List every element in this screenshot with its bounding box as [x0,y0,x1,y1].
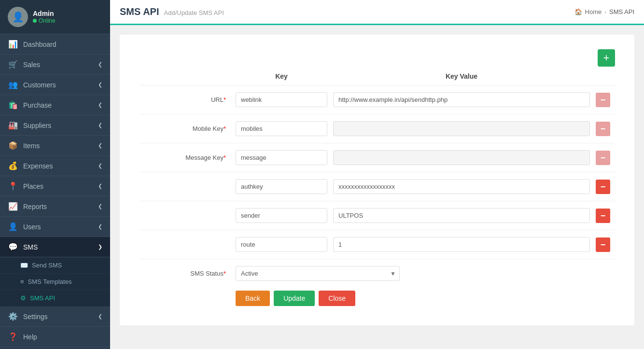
route-remove-button[interactable]: − [596,237,610,252]
sidebar-label-dashboard: Dashboard [23,41,56,48]
sidebar-label-places: Places [23,182,43,190]
sidebar-item-dashboard[interactable]: 📊 Dashboard [0,34,110,55]
footer-buttons: Back Update Close [139,291,615,306]
route-remove-wrap: − [596,237,615,252]
message-key-input-wrap [236,150,327,165]
chevron-icon: ❮ [98,82,102,88]
settings-icon: ⚙️ [8,312,18,321]
chevron-icon: ❮ [98,61,102,68]
user-name: Admin [33,10,56,17]
sidebar-header: 👤 Admin Online [0,0,110,34]
mobile-key-input-wrap [236,121,327,136]
topbar-left: SMS API Add/Update SMS API [120,6,224,17]
sidebar-label-customers: Customers [23,81,56,89]
form-header-row: Key Key Value [139,72,615,85]
sidebar-item-help[interactable]: ❓ Help [0,327,110,347]
suppliers-icon: 🏭 [8,121,18,130]
url-key-input-wrap [236,92,327,107]
authkey-val-input[interactable] [333,179,590,194]
sidebar-item-sales[interactable]: 🛒 Sales ❮ [0,55,110,75]
sender-key-input[interactable] [236,208,327,223]
chevron-icon: ❮ [98,102,102,108]
sidebar-label-sales: Sales [23,61,40,69]
form-row-authkey: − [139,179,615,201]
close-button[interactable]: Close [319,291,355,306]
sender-val-input[interactable] [333,208,590,223]
route-key-input[interactable] [236,237,327,252]
mobile-val-input[interactable] [333,121,590,136]
chevron-icon: ❮ [98,142,102,149]
required-indicator: * [224,96,226,103]
help-icon: ❓ [8,332,18,341]
url-label: URL* [139,96,236,103]
required-indicator: * [224,125,226,132]
header-val-col: Key Value [333,72,590,80]
authkey-remove-wrap: − [596,180,615,194]
chevron-icon: ❮ [98,122,102,128]
mobile-val-input-wrap [333,121,590,136]
sidebar-item-reports[interactable]: 📈 Reports ❮ [0,196,110,217]
mobile-key-label: Mobile Key* [139,125,236,132]
breadcrumb-home[interactable]: Home [585,8,602,15]
sidebar-item-customers[interactable]: 👥 Customers ❮ [0,75,110,95]
sidebar-item-purchase[interactable]: 🛍️ Purchase ❮ [0,95,110,115]
message-remove-button[interactable]: − [596,151,610,165]
avatar: 👤 [8,7,28,27]
sidebar-item-items[interactable]: 📦 Items ❮ [0,136,110,156]
sender-remove-button[interactable]: − [596,209,610,223]
chevron-icon: ❮ [98,203,102,209]
sidebar-label-expenses: Expenses [23,162,53,170]
mobile-remove-wrap: − [596,122,615,136]
back-button[interactable]: Back [236,291,270,306]
sidebar-label-reports: Reports [23,203,47,210]
message-key-input[interactable] [236,150,327,165]
form-row-url: URL* − [139,92,615,114]
chevron-icon: ❮ [98,313,102,320]
sms-status-select[interactable]: Active Inactive [236,266,400,281]
url-remove-wrap: − [596,93,615,107]
mobile-key-input[interactable] [236,121,327,136]
sidebar-item-users[interactable]: 👤 Users ❮ [0,217,110,237]
places-icon: 📍 [8,181,18,191]
dashboard-icon: 📊 [8,40,18,49]
sms-templates-label: SMS Templates [28,278,72,285]
user-status: Online [33,17,56,24]
sidebar-item-suppliers[interactable]: 🏭 Suppliers ❮ [0,115,110,136]
sms-templates-icon: ≡ [20,278,24,285]
url-val-input[interactable] [333,92,590,107]
authkey-remove-button[interactable]: − [596,180,610,194]
sidebar-item-sms-templates[interactable]: ≡ SMS Templates [0,274,110,290]
message-val-input[interactable] [333,150,590,165]
chevron-icon: ❮ [98,163,102,169]
sidebar-item-sms[interactable]: 💬 SMS ❯ [0,237,110,257]
add-row-button[interactable]: + [598,49,615,67]
sales-icon: 🛒 [8,60,18,69]
topbar: SMS API Add/Update SMS API 🏠 Home › SMS … [110,0,644,25]
sidebar-label-users: Users [23,223,41,231]
sidebar-item-send-sms[interactable]: ✉️ Send SMS [0,257,110,274]
form-row-sender: − [139,208,615,230]
reports-icon: 📈 [8,202,18,211]
breadcrumb: 🏠 Home › SMS API [574,8,634,15]
mobile-remove-button[interactable]: − [596,122,610,136]
route-val-input[interactable] [333,237,590,252]
required-indicator: * [224,270,226,277]
url-remove-button[interactable]: − [596,93,610,107]
user-info: Admin Online [33,10,56,24]
authkey-key-input-wrap [236,179,327,194]
status-row: SMS Status* Active Inactive ▼ [139,266,615,281]
sidebar-label-help: Help [23,333,37,341]
sender-remove-wrap: − [596,209,615,223]
url-key-input[interactable] [236,92,327,107]
sidebar-item-expenses[interactable]: 💰 Expenses ❮ [0,156,110,176]
sms-submenu: ✉️ Send SMS ≡ SMS Templates ⚙ SMS API [0,257,110,307]
sidebar-label-settings: Settings [23,313,48,321]
sidebar-item-sms-api[interactable]: ⚙ SMS API [0,290,110,307]
sidebar-item-places[interactable]: 📍 Places ❮ [0,176,110,196]
top-action-row: + [139,49,615,67]
sidebar-item-settings[interactable]: ⚙️ Settings ❮ [0,307,110,327]
route-val-input-wrap [333,237,590,252]
sender-key-input-wrap [236,208,327,223]
update-button[interactable]: Update [274,291,315,306]
authkey-key-input[interactable] [236,179,327,194]
